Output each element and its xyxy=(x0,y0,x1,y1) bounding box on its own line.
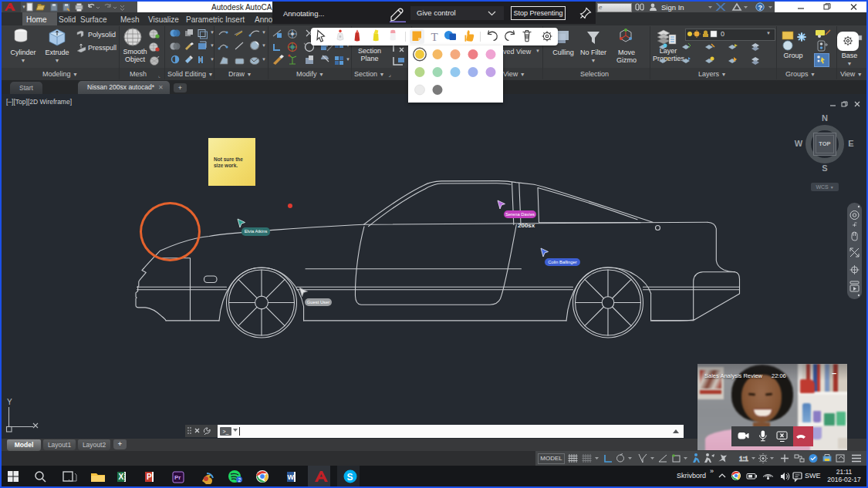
svg-text:2: 2 xyxy=(238,477,241,483)
svg-text:S: S xyxy=(347,472,353,483)
svg-text:200sx: 200sx xyxy=(518,222,535,229)
svg-text:P: P xyxy=(147,473,152,481)
svg-text:Y: Y xyxy=(7,398,12,406)
svg-text:W: W xyxy=(288,473,295,481)
svg-text:Pr: Pr xyxy=(174,474,181,481)
svg-text:X: X xyxy=(119,473,124,481)
svg-text:T: T xyxy=(431,31,438,43)
svg-text:1:1: 1:1 xyxy=(739,455,748,463)
